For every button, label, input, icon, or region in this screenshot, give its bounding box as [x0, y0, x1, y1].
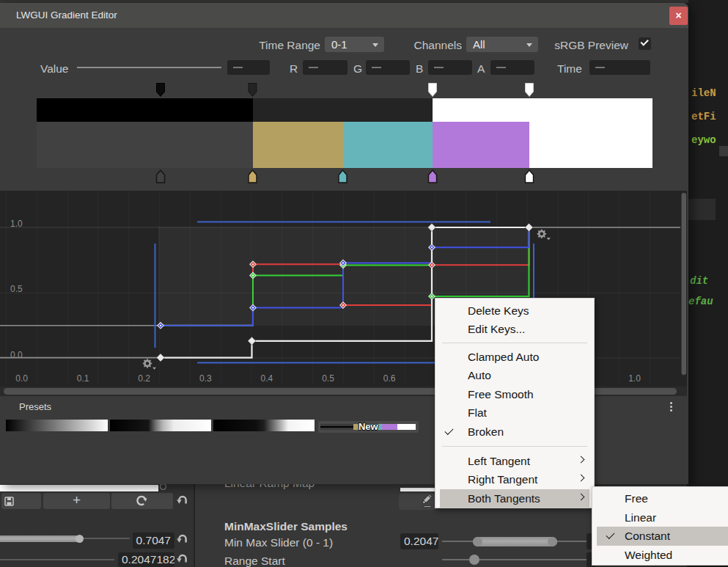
svg-text:0.0: 0.0: [10, 350, 23, 360]
svg-text:0.3: 0.3: [199, 373, 212, 384]
svg-text:0.2: 0.2: [138, 373, 150, 384]
svg-text:0.0: 0.0: [15, 373, 28, 384]
svg-text:0.4: 0.4: [261, 373, 273, 384]
svg-text:1.0: 1.0: [628, 373, 641, 384]
svg-text:0.5: 0.5: [10, 284, 23, 294]
svg-text:0.1: 0.1: [77, 373, 89, 384]
svg-text:1.0: 1.0: [10, 219, 23, 229]
svg-text:0.5: 0.5: [322, 373, 334, 384]
svg-text:0.6: 0.6: [383, 373, 396, 384]
